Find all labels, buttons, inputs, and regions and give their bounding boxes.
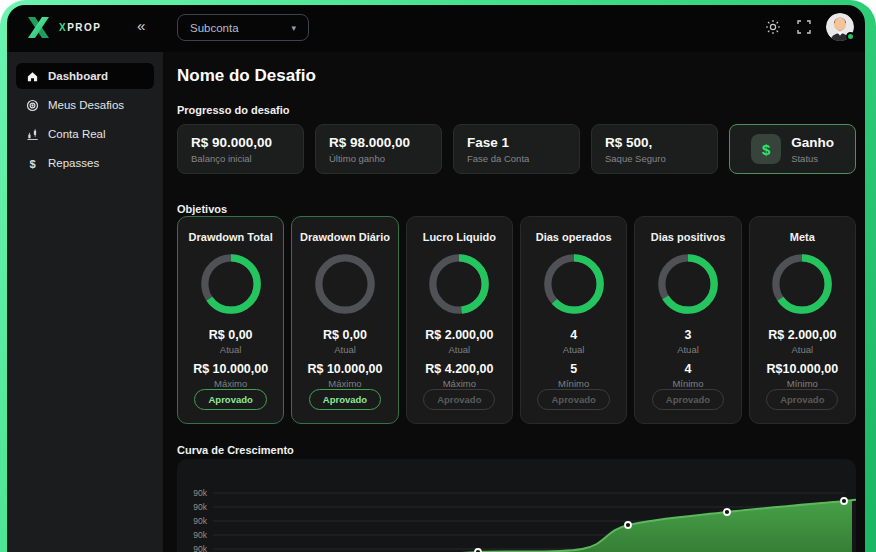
progress-donut [198, 252, 264, 316]
stat-card-ultimo-ganho: R$ 98.000,00 Último ganho [315, 124, 442, 174]
current-label: Atual [677, 344, 699, 355]
status-badge: Aprovado [423, 389, 495, 410]
app-window: XPROP « Subconta ▾ [7, 5, 865, 552]
sidebar-item-dashboard[interactable]: Dashboard [16, 63, 154, 89]
status-badge: Aprovado [766, 389, 838, 410]
chart-series [402, 498, 855, 552]
status-badge: Aprovado [194, 389, 266, 410]
stat-label: Saque Seguro [605, 153, 704, 164]
stat-label: Fase da Conta [467, 153, 566, 164]
online-status-dot [846, 32, 855, 41]
stat-value: R$ 98.000,00 [329, 135, 428, 150]
theme-toggle-sun-icon[interactable] [764, 18, 782, 36]
page-title: Nome do Desafio [177, 66, 316, 86]
limit-value: 4 [685, 362, 692, 376]
growth-chart-panel: 90k90k90k90k90k90k [177, 459, 856, 552]
svg-text:90k: 90k [193, 516, 207, 526]
objective-cards-row: Drawdown Total R$ 0,00 Atual R$ 10.000,0… [177, 216, 856, 424]
stat-value: Ganho [791, 135, 834, 150]
brand-name: XPROP [59, 22, 102, 33]
progress-cards-row: R$ 90.000,00 Balanço inicial R$ 98.000,0… [177, 124, 856, 174]
objective-title: Drawdown Diário [300, 231, 390, 243]
stat-label: Status [791, 153, 834, 164]
progress-donut [426, 252, 492, 316]
objective-title: Drawdown Total [189, 231, 273, 243]
xprop-logo-icon [25, 14, 52, 41]
limit-value: R$10.000,00 [767, 362, 839, 376]
svg-text:90k: 90k [193, 502, 207, 512]
limit-value: 5 [570, 362, 577, 376]
chart-data-point [724, 509, 730, 515]
main-content: Nome do Desafio Progresso do desafio R$ … [163, 52, 865, 552]
status-badge: Aprovado [537, 389, 609, 410]
svg-text:90k: 90k [193, 488, 207, 498]
stat-card-balanco-inicial: R$ 90.000,00 Balanço inicial [177, 124, 304, 174]
candlestick-chart-icon [25, 128, 39, 141]
subaccount-select-value: Subconta [190, 22, 239, 34]
current-label: Atual [563, 344, 585, 355]
stat-card-status: $ Ganho Status [729, 124, 856, 174]
svg-text:90k: 90k [193, 530, 207, 540]
sidebar-item-repasses[interactable]: $ Repasses [16, 150, 154, 176]
current-label: Atual [448, 344, 470, 355]
progress-section-label: Progresso do desafio [177, 104, 289, 116]
current-label: Atual [791, 344, 813, 355]
subaccount-select[interactable]: Subconta ▾ [177, 14, 309, 41]
dollar-badge-icon: $ [751, 134, 781, 164]
stat-value: R$ 90.000,00 [191, 135, 290, 150]
dollar-icon: $ [25, 157, 39, 170]
stat-label: Balanço inicial [191, 153, 290, 164]
objective-title: Dias positivos [651, 231, 726, 243]
sidebar-item-label: Conta Real [48, 128, 106, 140]
progress-donut [541, 252, 607, 316]
progress-donut [769, 252, 835, 316]
brand-logo: XPROP [25, 14, 102, 41]
objective-card-dias-operados: Dias operados 4 Atual 5 Mínimo Aprovado [520, 216, 627, 424]
objective-title: Lucro Liquido [423, 231, 496, 243]
limit-label: Mínimo [558, 378, 589, 389]
avatar[interactable] [826, 13, 854, 41]
limit-label: Mínimo [672, 378, 703, 389]
limit-value: R$ 4.200,00 [425, 362, 493, 376]
svg-text:$: $ [29, 157, 36, 169]
current-value: 4 [570, 328, 577, 342]
chevron-down-icon: ▾ [291, 23, 296, 33]
objective-card-drawdown-total: Drawdown Total R$ 0,00 Atual R$ 10.000,0… [177, 216, 284, 424]
limit-label: Máximo [328, 378, 361, 389]
current-value: R$ 2.000,00 [425, 328, 493, 342]
sidebar-collapse-icon[interactable]: « [137, 17, 145, 34]
home-icon [25, 70, 39, 83]
sidebar-item-meus-desafios[interactable]: Meus Desafios [16, 92, 154, 118]
sidebar-item-conta-real[interactable]: Conta Real [16, 121, 154, 147]
current-label: Atual [334, 344, 356, 355]
limit-value: R$ 10.000,00 [307, 362, 382, 376]
target-icon [25, 99, 39, 112]
objective-card-drawdown-diario: Drawdown Diário R$ 0,00 Atual R$ 10.000,… [291, 216, 398, 424]
limit-value: R$ 10.000,00 [193, 362, 268, 376]
growth-area-chart: 90k90k90k90k90k90k [177, 459, 856, 552]
objective-card-meta: Meta R$ 2.000,00 Atual R$10.000,00 Mínim… [749, 216, 856, 424]
chart-data-point [625, 522, 631, 528]
stat-label: Último ganho [329, 153, 428, 164]
current-label: Atual [220, 344, 242, 355]
current-value: R$ 0,00 [209, 328, 253, 342]
objective-title: Dias operados [536, 231, 612, 243]
current-value: R$ 2.000,00 [768, 328, 836, 342]
fullscreen-icon[interactable] [795, 18, 813, 36]
sidebar-item-label: Dashboard [48, 70, 108, 82]
limit-label: Máximo [214, 378, 247, 389]
limit-label: Mínimo [787, 378, 818, 389]
status-badge: Aprovado [309, 389, 381, 410]
progress-donut [655, 252, 721, 316]
sidebar: Dashboard Meus Desafios Conta Real [7, 52, 163, 552]
stat-value: Fase 1 [467, 135, 566, 150]
progress-donut [312, 252, 378, 316]
objectives-section-label: Objetivos [177, 203, 227, 215]
current-value: 3 [685, 328, 692, 342]
current-value: R$ 0,00 [323, 328, 367, 342]
chart-data-point [841, 498, 847, 504]
growth-section-label: Curva de Crescimento [177, 444, 294, 456]
stat-card-fase: Fase 1 Fase da Conta [453, 124, 580, 174]
sidebar-item-label: Repasses [48, 157, 99, 169]
status-badge: Aprovado [652, 389, 724, 410]
